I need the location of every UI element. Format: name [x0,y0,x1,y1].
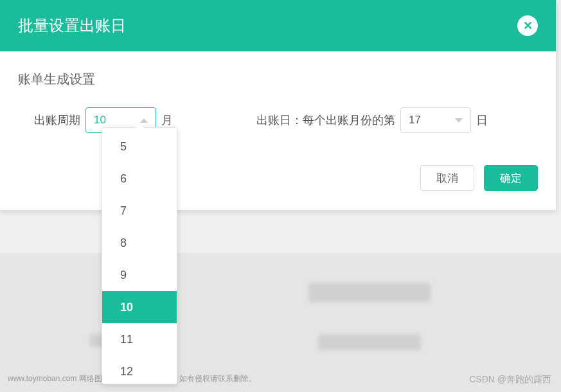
form-row: 出账周期 10 月 出账日：每个出账月份的第 17 日 [18,107,538,133]
day-select[interactable]: 17 [400,107,471,133]
blurred-content [308,283,431,302]
day-value: 17 [409,114,421,127]
dropdown-option[interactable]: 12 [102,355,177,381]
dropdown-option[interactable]: 10 [102,291,177,323]
section-title: 账单生成设置 [18,71,538,88]
dropdown-option[interactable]: 6 [102,163,177,195]
chevron-up-icon [140,118,148,123]
period-unit: 月 [161,112,173,128]
period-value: 10 [94,114,106,127]
blurred-content [318,334,421,350]
day-label: 出账日：每个出账月份的第 [256,112,395,128]
page-background [0,253,561,392]
cancel-button[interactable]: 取消 [420,165,474,191]
dropdown-option[interactable]: 7 [102,195,177,227]
modal-title: 批量设置出账日 [18,15,126,36]
close-button[interactable]: ✕ [517,15,538,36]
modal-body: 账单生成设置 出账周期 10 月 出账日：每个出账月份的第 17 日 [0,51,556,152]
confirm-button[interactable]: 确定 [484,165,538,191]
modal-header: 批量设置出账日 ✕ [0,0,556,51]
dropdown-list[interactable]: 56789101112 [102,130,177,381]
close-icon: ✕ [523,19,533,33]
period-dropdown: 56789101112 [102,127,177,384]
period-label: 出账周期 [34,112,80,128]
dropdown-option[interactable]: 5 [102,130,177,163]
chevron-down-icon [455,118,463,123]
modal-dialog: 批量设置出账日 ✕ 账单生成设置 出账周期 10 月 出账日：每个出账月份的第 … [0,0,556,210]
dropdown-option[interactable]: 11 [102,323,177,355]
day-group: 出账日：每个出账月份的第 17 日 [256,107,488,133]
day-unit: 日 [476,112,488,128]
modal-footer: 取消 确定 [0,152,556,210]
watermark: CSDN @奔跑的露西 [469,374,551,386]
dropdown-option[interactable]: 8 [102,227,177,259]
dropdown-option[interactable]: 9 [102,259,177,291]
